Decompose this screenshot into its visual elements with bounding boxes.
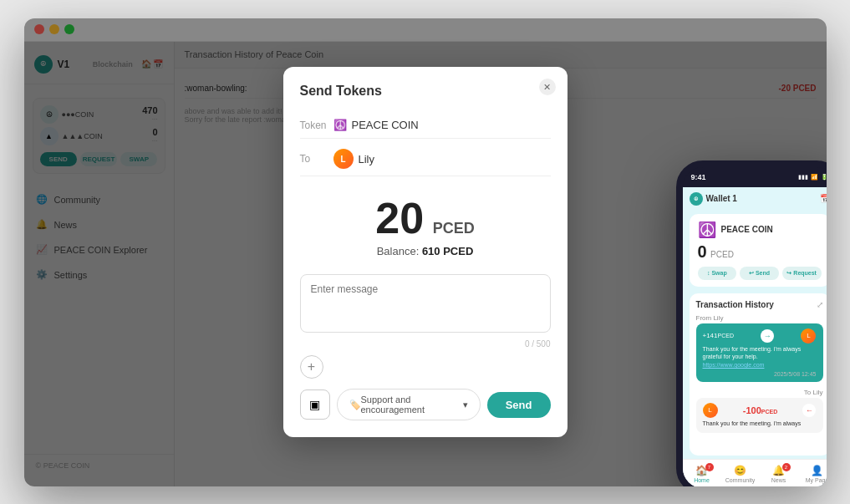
phone-nav-mypage[interactable]: 👤 My Page [798,463,827,485]
phone-nav-community[interactable]: 😊 Community [721,463,760,485]
coin-emoji-icon: ☮️ [333,119,347,131]
phone-bottom-nav: 7 🏠 Home 😊 Community 2 🔔 News 👤 My Page [683,459,827,486]
tx1-unit: PCED [718,333,734,339]
phone-tx-section: Transaction History ⤢ From Lily +141PCED… [690,293,827,456]
phone-coin-card: ☮️ PEACE COIN 0 PCED ↕ Swap ↩ Send ↪ Req… [690,214,827,287]
tx2-direction-label: To Lily [696,389,823,396]
phone-coin-row: ☮️ PEACE COIN [698,221,822,239]
token-field: Token ☮️ PEACE COIN [300,112,551,139]
modal-footer: ▣ 🏷️ Support and encouragement ▾ Send [300,389,551,420]
mypage-icon: 👤 [811,465,823,476]
tx1-link[interactable]: https://www.google.com [703,362,765,368]
recipient-name: Lily [359,153,375,165]
category-emoji-icon: 🏷️ [349,400,361,410]
send-tokens-modal: Send Tokens ✕ Token ☮️ PEACE COIN To L L… [283,67,568,437]
amount-row: 20 PCED [300,196,551,240]
chevron-down-icon: ▾ [463,400,468,410]
tx1-amount-row: +141PCED → L [703,328,817,344]
phone-swap-button[interactable]: ↕ Swap [698,267,737,280]
phone-wallet-icon: ☮ [690,192,703,206]
balance-display: Balance: 610 PCED [300,245,551,257]
tx-item-outgoing: L -100PCED ← Thank you for the meeting. … [696,398,823,433]
tx-item-incoming: From Lily +141PCED → L Thank you for the… [696,314,823,382]
community-nav-icon: 😊 [734,465,746,476]
tx1-message: Thank you for the meeting. I'm always gr… [703,345,817,369]
send-tokens-button[interactable]: Send [487,392,551,418]
tx2-bubble: L -100PCED ← Thank you for the meeting. … [696,398,823,433]
phone-send-button[interactable]: ↩ Send [740,267,779,280]
amount-display: 20 PCED Balance: 610 PCED [300,180,551,266]
phone-wallet-label: ☮ Wallet 1 [690,192,737,206]
token-label: Token [300,120,333,131]
tx1-amount: +141PCED [703,332,734,339]
modal-title: Send Tokens [300,84,551,99]
tx1-bubble: +141PCED → L Thank you for the meeting. … [696,323,823,382]
wifi-icon: 📶 [811,174,818,181]
phone-status-icons: ▮▮▮ 📶 🔋 [798,174,827,181]
add-attachment-button[interactable]: + [300,355,323,379]
phone-mockup: 9:41 ▮▮▮ 📶 🔋 ☮ Wallet 1 📅 ☮️ PEACE COIN [676,160,827,486]
balance-value: 610 PCED [422,245,473,257]
home-label: Home [694,477,710,483]
message-input[interactable] [300,274,551,333]
tx2-message: Thank you for the meeting. I'm always [703,420,817,428]
incoming-arrow-icon: → [761,329,774,343]
phone-screen: ☮ Wallet 1 📅 ☮️ PEACE COIN 0 PCED ↕ Swap… [683,187,827,486]
tx1-message-text: Thank you for the meeting. I'm always gr… [703,346,802,360]
mac-window: ☮ V1 Blockchain 🏠 📅 ☮ ●●●COIN 470 ··· [24,18,827,486]
balance-label: Balance: [377,245,420,257]
outgoing-arrow-icon: ← [802,404,816,417]
to-label: To [300,153,333,165]
image-button[interactable]: ▣ [300,389,330,420]
tx1-timestamp: 2025/5/08 12:45 [703,371,817,377]
mypage-label: My Page [806,477,827,483]
news-nav-label: News [771,477,786,483]
phone-time: 9:41 [691,173,706,181]
phone-balance-unit: PCED [710,250,734,259]
category-label: Support and encouragement [361,395,463,415]
recipient-avatar: L [333,149,354,169]
tx2-amount: -100PCED [743,405,777,415]
phone-request-button[interactable]: ↪ Request [782,267,822,280]
phone-nav-home[interactable]: 7 🏠 Home [683,463,721,485]
phone-coin-emoji: ☮️ [698,221,716,239]
phone-tx-header: Transaction History ⤢ [696,300,823,309]
phone-action-row: ↕ Swap ↩ Send ↪ Request [698,267,822,280]
phone-coin-name: PEACE COIN [721,225,773,234]
calendar-icon: 📅 [820,194,827,203]
tx-section-title: Transaction History [696,300,774,309]
phone-balance-row: 0 PCED [698,242,822,262]
amount-value: 20 [375,194,424,242]
battery-icon: 🔋 [821,174,827,181]
to-field: To L Lily [300,142,551,176]
phone-notch: 9:41 ▮▮▮ 📶 🔋 [683,167,827,187]
home-badge: 7 [705,463,714,471]
tx1-amount-value: +141 [703,332,718,339]
phone-balance: 0 [698,242,707,261]
char-count: 0 / 500 [300,339,551,349]
tx2-amount-row: L -100PCED ← [703,403,817,418]
community-nav-label: Community [725,477,755,483]
news-badge: 2 [782,463,791,471]
tx2-avatar: L [703,403,718,418]
tx1-from-label: From Lily [696,314,823,322]
phone-header: ☮ Wallet 1 📅 [683,187,827,211]
tx1-avatar: L [801,328,816,344]
expand-icon: ⤢ [817,300,823,309]
to-value: L Lily [333,149,375,169]
signal-icon: ▮▮▮ [798,174,808,181]
phone-nav-news[interactable]: 2 🔔 News [760,463,798,485]
token-value: ☮️ PEACE COIN [333,119,419,131]
tx2-amount-value: -100 [743,405,761,415]
amount-unit: PCED [433,220,475,237]
close-modal-button[interactable]: ✕ [539,79,556,95]
tx2-unit: PCED [761,409,777,415]
phone-wallet-text: Wallet 1 [706,194,737,203]
token-name: PEACE COIN [352,119,419,131]
category-dropdown[interactable]: 🏷️ Support and encouragement ▾ [337,389,481,420]
image-icon: ▣ [309,398,320,411]
